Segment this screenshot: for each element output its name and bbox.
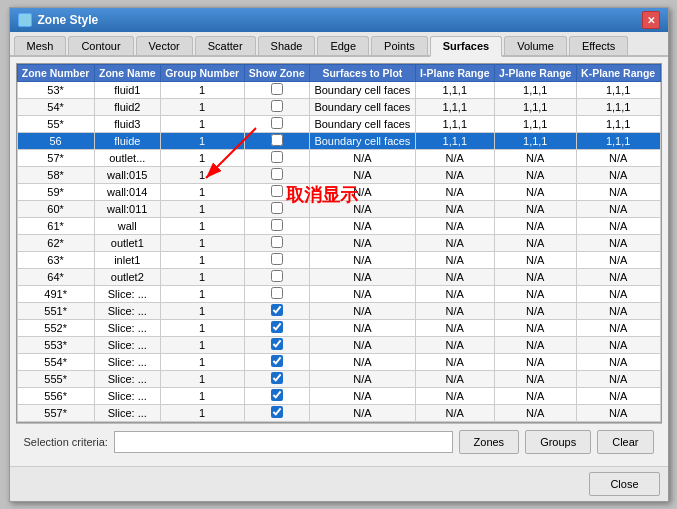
show-zone-checkbox[interactable]: [271, 287, 283, 299]
selection-input[interactable]: [114, 431, 453, 453]
cell-show[interactable]: [244, 320, 309, 337]
show-zone-checkbox[interactable]: [271, 253, 283, 265]
cell-show[interactable]: [244, 218, 309, 235]
cell-surfaces: N/A: [310, 354, 416, 371]
table-row[interactable]: 551*Slice: ...1N/AN/AN/AN/A: [17, 303, 660, 320]
cell-show[interactable]: [244, 354, 309, 371]
header-zone-number: Zone Number: [17, 65, 94, 82]
zones-button[interactable]: Zones: [459, 430, 520, 454]
cell-show[interactable]: [244, 167, 309, 184]
show-zone-checkbox[interactable]: [271, 83, 283, 95]
cell-group: 1: [160, 371, 244, 388]
show-zone-checkbox[interactable]: [271, 202, 283, 214]
cell-show[interactable]: [244, 371, 309, 388]
table-row[interactable]: 553*Slice: ...1N/AN/AN/AN/A: [17, 337, 660, 354]
show-zone-checkbox[interactable]: [271, 100, 283, 112]
table-row[interactable]: 55*fluid31Boundary cell faces1,1,11,1,11…: [17, 116, 660, 133]
table-row[interactable]: 58*wall:0151N/AN/AN/AN/A: [17, 167, 660, 184]
cell-iplane: N/A: [415, 388, 494, 405]
show-zone-checkbox[interactable]: [271, 355, 283, 367]
tab-volume[interactable]: Volume: [504, 36, 567, 55]
tab-surfaces[interactable]: Surfaces: [430, 36, 502, 57]
show-zone-checkbox[interactable]: [271, 406, 283, 418]
tab-scatter[interactable]: Scatter: [195, 36, 256, 55]
show-zone-checkbox[interactable]: [271, 134, 283, 146]
table-row[interactable]: 61*wall1N/AN/AN/AN/A: [17, 218, 660, 235]
cell-show[interactable]: [244, 269, 309, 286]
groups-button[interactable]: Groups: [525, 430, 591, 454]
table-row[interactable]: 557*Slice: ...1N/AN/AN/AN/A: [17, 405, 660, 422]
cell-show[interactable]: [244, 150, 309, 167]
table-row[interactable]: 554*Slice: ...1N/AN/AN/AN/A: [17, 354, 660, 371]
cell-show[interactable]: [244, 235, 309, 252]
tab-points[interactable]: Points: [371, 36, 428, 55]
cell-surfaces: Boundary cell faces: [310, 116, 416, 133]
table-row[interactable]: 62*outlet11N/AN/AN/AN/A: [17, 235, 660, 252]
show-zone-checkbox[interactable]: [271, 304, 283, 316]
show-zone-checkbox[interactable]: [271, 185, 283, 197]
cell-surfaces: N/A: [310, 388, 416, 405]
cell-name: Slice: ...: [94, 320, 160, 337]
cell-iplane: 1,1,1: [415, 82, 494, 99]
cell-surfaces: N/A: [310, 371, 416, 388]
show-zone-checkbox[interactable]: [271, 168, 283, 180]
close-button[interactable]: Close: [589, 472, 659, 496]
cell-iplane: N/A: [415, 371, 494, 388]
show-zone-checkbox[interactable]: [271, 338, 283, 350]
table-row[interactable]: 64*outlet21N/AN/AN/AN/A: [17, 269, 660, 286]
table-row[interactable]: 60*wall:0111N/AN/AN/AN/A: [17, 201, 660, 218]
show-zone-checkbox[interactable]: [271, 117, 283, 129]
cell-show[interactable]: [244, 303, 309, 320]
show-zone-checkbox[interactable]: [271, 270, 283, 282]
table-row[interactable]: 56fluide1Boundary cell faces1,1,11,1,11,…: [17, 133, 660, 150]
cell-jplane: 1,1,1: [494, 99, 576, 116]
zone-table[interactable]: Zone Number Zone Name Group Number Show …: [16, 63, 662, 423]
show-zone-checkbox[interactable]: [271, 321, 283, 333]
table-row[interactable]: 63*inlet11N/AN/AN/AN/A: [17, 252, 660, 269]
window-close-button[interactable]: ✕: [642, 11, 660, 29]
tab-mesh[interactable]: Mesh: [14, 36, 67, 55]
cell-show[interactable]: [244, 405, 309, 422]
table-row[interactable]: 491*Slice: ...1N/AN/AN/AN/A: [17, 286, 660, 303]
cell-show[interactable]: [244, 184, 309, 201]
show-zone-checkbox[interactable]: [271, 236, 283, 248]
table-row[interactable]: 556*Slice: ...1N/AN/AN/AN/A: [17, 388, 660, 405]
cell-show[interactable]: [244, 133, 309, 150]
show-zone-checkbox[interactable]: [271, 151, 283, 163]
cell-show[interactable]: [244, 201, 309, 218]
tab-vector[interactable]: Vector: [136, 36, 193, 55]
table-row[interactable]: 552*Slice: ...1N/AN/AN/AN/A: [17, 320, 660, 337]
cell-jplane: 1,1,1: [494, 116, 576, 133]
tab-shade[interactable]: Shade: [258, 36, 316, 55]
cell-show[interactable]: [244, 337, 309, 354]
cell-zone: 60*: [17, 201, 94, 218]
table-row[interactable]: 555*Slice: ...1N/AN/AN/AN/A: [17, 371, 660, 388]
clear-button[interactable]: Clear: [597, 430, 653, 454]
table-row[interactable]: 53*fluid11Boundary cell faces1,1,11,1,11…: [17, 82, 660, 99]
table-row[interactable]: 59*wall:0141N/AN/AN/AN/A: [17, 184, 660, 201]
cell-kplane: N/A: [576, 303, 660, 320]
cell-show[interactable]: [244, 388, 309, 405]
cell-group: 1: [160, 303, 244, 320]
table-row[interactable]: 57*outlet...1N/AN/AN/AN/A: [17, 150, 660, 167]
cell-jplane: N/A: [494, 337, 576, 354]
bottom-bar: Close: [10, 466, 668, 501]
table-row[interactable]: 54*fluid21Boundary cell faces1,1,11,1,11…: [17, 99, 660, 116]
cell-show[interactable]: [244, 286, 309, 303]
cell-show[interactable]: [244, 82, 309, 99]
cell-name: Slice: ...: [94, 405, 160, 422]
cell-jplane: N/A: [494, 269, 576, 286]
tab-contour[interactable]: Contour: [68, 36, 133, 55]
show-zone-checkbox[interactable]: [271, 219, 283, 231]
tab-effects[interactable]: Effects: [569, 36, 628, 55]
cell-name: outlet1: [94, 235, 160, 252]
cell-show[interactable]: [244, 252, 309, 269]
tab-edge[interactable]: Edge: [317, 36, 369, 55]
cell-name: Slice: ...: [94, 371, 160, 388]
cell-show[interactable]: [244, 99, 309, 116]
cell-surfaces: N/A: [310, 303, 416, 320]
cell-iplane: N/A: [415, 201, 494, 218]
show-zone-checkbox[interactable]: [271, 389, 283, 401]
show-zone-checkbox[interactable]: [271, 372, 283, 384]
cell-show[interactable]: [244, 116, 309, 133]
